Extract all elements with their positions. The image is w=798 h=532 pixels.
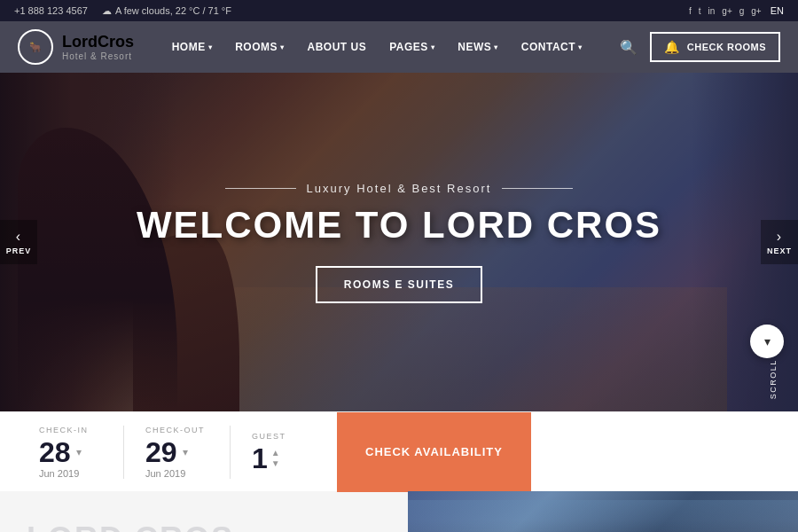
guest-count: 1 bbox=[252, 444, 268, 473]
weather-info: ☁A few clouds, 22 °C / 71 °F bbox=[102, 5, 231, 17]
pinterest-icon[interactable]: g+ bbox=[722, 6, 732, 16]
checkin-day: 28 bbox=[39, 438, 71, 466]
navbar: 🐂 LordCros Hotel & Resort HOME ▾ ROOMS ▾… bbox=[0, 21, 798, 73]
bottom-landscape-image bbox=[408, 491, 798, 532]
divider-left bbox=[225, 188, 296, 189]
hero-section: ‹ PREV › NEXT Luxury Hotel & Best Resort… bbox=[0, 73, 798, 411]
scroll-label: Scroll Down bbox=[769, 325, 778, 399]
bell-icon: 🔔 bbox=[664, 40, 680, 54]
chevron-down-icon: ▾ bbox=[208, 43, 213, 51]
nav-contact[interactable]: CONTACT ▾ bbox=[512, 35, 591, 59]
gplus-icon[interactable]: g+ bbox=[751, 6, 761, 16]
section-title-large: LORD CROS bbox=[27, 523, 381, 532]
social-icons: f t in g+ g g+ bbox=[689, 6, 762, 16]
bottom-left: LORD CROS HOTEL & RESORT bbox=[0, 505, 408, 532]
top-bar-left: +1 888 123 4567 ☁A few clouds, 22 °C / 7… bbox=[14, 5, 231, 17]
nav-home[interactable]: HOME ▾ bbox=[163, 35, 222, 59]
check-availability-button[interactable]: CHECK AVAILABILITY bbox=[337, 412, 531, 492]
checkin-field: CHECK-IN 28 ▾ Jun 2019 bbox=[18, 426, 124, 479]
arrow-left-icon: ‹ bbox=[16, 229, 21, 245]
twitter-icon[interactable]: t bbox=[699, 6, 701, 16]
bottom-right-image bbox=[408, 491, 798, 532]
checkin-date: Jun 2019 bbox=[39, 468, 102, 479]
guest-stepper-controls: ▲ ▼ bbox=[271, 448, 280, 469]
google-icon[interactable]: g bbox=[739, 6, 745, 16]
booking-bar: CHECK-IN 28 ▾ Jun 2019 CHECK-OUT 29 ▾ Ju… bbox=[0, 411, 798, 491]
checkout-date: Jun 2019 bbox=[145, 468, 208, 479]
guest-increment-button[interactable]: ▲ bbox=[271, 448, 280, 458]
instagram-icon[interactable]: in bbox=[708, 6, 716, 16]
chevron-down-icon: ▾ bbox=[578, 43, 583, 51]
hero-title: WELCOME TO LORD CROS bbox=[137, 204, 661, 246]
guest-stepper: 1 ▲ ▼ bbox=[252, 444, 298, 473]
phone-number: +1 888 123 4567 bbox=[14, 5, 88, 16]
checkout-value-row: 29 ▾ bbox=[145, 438, 208, 466]
brand-tagline: Hotel & Resort bbox=[62, 51, 134, 61]
hero-subtitle: Luxury Hotel & Best Resort bbox=[307, 182, 492, 195]
scroll-down-button[interactable]: ▾ bbox=[750, 325, 784, 358]
checkout-label: CHECK-OUT bbox=[145, 426, 208, 434]
nav-right: 🔍 🔔 CHECK ROOMS bbox=[620, 32, 780, 62]
guest-label: GUEST bbox=[252, 432, 298, 441]
top-bar: +1 888 123 4567 ☁A few clouds, 22 °C / 7… bbox=[0, 0, 798, 21]
rooms-suites-button[interactable]: ROOMS E SUITES bbox=[316, 266, 482, 303]
top-bar-right: f t in g+ g g+ EN bbox=[689, 5, 784, 16]
guest-decrement-button[interactable]: ▼ bbox=[271, 458, 280, 469]
nav-news[interactable]: NEWS ▾ bbox=[449, 35, 507, 59]
facebook-icon[interactable]: f bbox=[689, 6, 692, 16]
chevron-down-icon: ▾ bbox=[280, 43, 285, 51]
nav-pages[interactable]: PAGES ▾ bbox=[380, 35, 443, 59]
bottom-section: LORD CROS HOTEL & RESORT bbox=[0, 491, 798, 532]
arrow-right-icon: › bbox=[777, 229, 782, 245]
checkout-field: CHECK-OUT 29 ▾ Jun 2019 bbox=[124, 426, 231, 479]
brand-name: LordCros bbox=[62, 33, 134, 51]
chevron-down-icon: ▾ bbox=[494, 43, 498, 51]
checkout-day: 29 bbox=[145, 438, 177, 466]
guest-field: GUEST 1 ▲ ▼ bbox=[231, 432, 319, 473]
search-icon[interactable]: 🔍 bbox=[620, 39, 638, 56]
checkin-label: CHECK-IN bbox=[39, 426, 102, 434]
check-rooms-button[interactable]: 🔔 CHECK ROOMS bbox=[650, 32, 780, 62]
divider-right bbox=[502, 188, 573, 189]
logo-icon: 🐂 bbox=[18, 29, 53, 65]
nav-rooms[interactable]: ROOMS ▾ bbox=[226, 35, 293, 59]
next-slide-button[interactable]: › NEXT bbox=[761, 220, 798, 264]
checkin-dropdown-icon[interactable]: ▾ bbox=[76, 446, 82, 458]
hero-divider: Luxury Hotel & Best Resort bbox=[137, 182, 661, 195]
language-selector[interactable]: EN bbox=[771, 5, 784, 16]
nav-about[interactable]: ABOUT US bbox=[299, 35, 376, 59]
checkout-dropdown-icon[interactable]: ▾ bbox=[183, 446, 188, 458]
prev-slide-button[interactable]: ‹ PREV bbox=[0, 220, 37, 264]
logo-area: 🐂 LordCros Hotel & Resort bbox=[18, 29, 134, 65]
nav-links: HOME ▾ ROOMS ▾ ABOUT US PAGES ▾ NEWS ▾ C… bbox=[163, 35, 591, 59]
checkin-value-row: 28 ▾ bbox=[39, 438, 102, 466]
hero-content: Luxury Hotel & Best Resort WELCOME TO LO… bbox=[137, 182, 661, 303]
brand-text: LordCros Hotel & Resort bbox=[62, 33, 134, 61]
chevron-down-icon: ▾ bbox=[431, 43, 435, 51]
